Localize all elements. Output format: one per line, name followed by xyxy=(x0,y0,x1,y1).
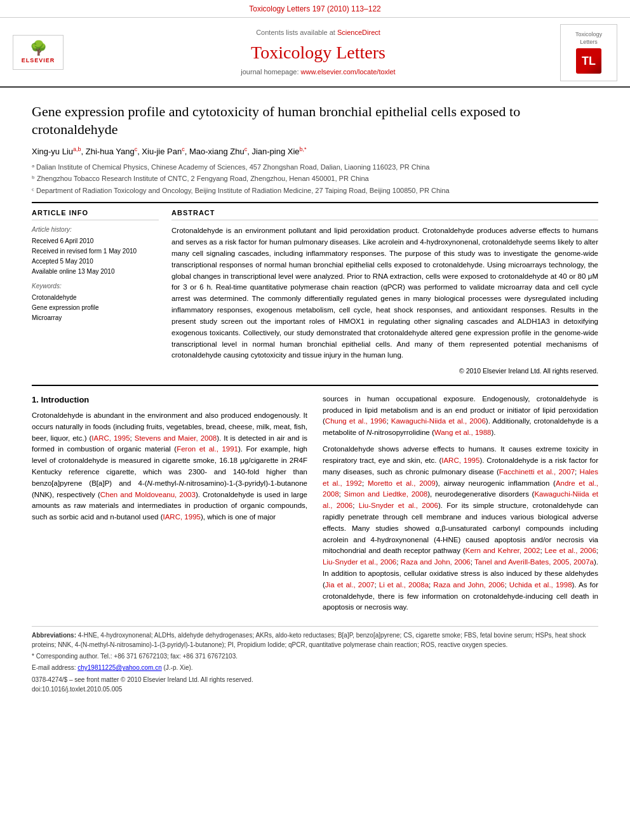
journal-name: Toxicology Letters xyxy=(76,40,560,65)
intro-col2-p2: Crotonaldehyde shows adverse effects to … xyxy=(323,444,598,613)
ref-jia2007[interactable]: Jia et al., 2007 xyxy=(325,581,375,589)
abstract-text: Crotonaldehyde is an environment polluta… xyxy=(171,225,598,361)
keyword-1: Crotonaldehyde xyxy=(32,293,159,303)
email-label: E-mail address: xyxy=(32,664,76,671)
article-title: Gene expression profile and cytotoxicity… xyxy=(32,103,598,139)
keywords-label: Keywords: xyxy=(32,282,159,291)
affil-c: ᶜ Department of Radiation Toxicology and… xyxy=(32,185,598,196)
history-label: Article history: xyxy=(32,225,159,234)
corresponding-label: * Corresponding author. Tel.: +86 371 67… xyxy=(32,653,238,660)
authors-line: Xing-yu Liua,b, Zhi-hua Yangc, Xiu-jie P… xyxy=(32,145,598,158)
affiliations: ᵃ Dalian Institute of Chemical Physics, … xyxy=(32,162,598,196)
affil-a: ᵃ Dalian Institute of Chemical Physics, … xyxy=(32,162,598,173)
copyright-line: © 2010 Elsevier Ireland Ltd. All rights … xyxy=(171,366,598,376)
ref-lee2006[interactable]: Lee et al., 2006 xyxy=(544,547,596,554)
journal-reference-text: Toxicology Letters 197 (2010) 113–122 xyxy=(249,4,380,13)
elsevier-label: ELSEVIER xyxy=(22,57,55,65)
elsevier-logo-box: 🌳 ELSEVIER xyxy=(13,35,64,70)
journal-reference-bar: Toxicology Letters 197 (2010) 113–122 xyxy=(0,0,630,18)
article-info-panel: ARTICLE INFO Article history: Received 6… xyxy=(32,208,159,376)
ref-chen2003[interactable]: Chen and Moldoveanu, 2003 xyxy=(100,491,196,498)
ref-iarc1995b[interactable]: IARC, 1995 xyxy=(163,513,200,521)
ref-feron1991[interactable]: Feron et al., 1991 xyxy=(177,445,238,453)
ref-simon2008[interactable]: Simon and Liedtke, 2008 xyxy=(344,490,428,498)
ref-chung1996[interactable]: Chung et al., 1996 xyxy=(325,417,387,425)
ref-liusnyder2006[interactable]: Liu-Snyder et al., 2006 xyxy=(359,502,438,509)
abbreviations-line: Abbreviations: 4-HNE, 4-hydroxynonenal; … xyxy=(32,630,598,650)
ref-kawaguchi2006[interactable]: Kawaguchi-Niida et al., 2006 xyxy=(391,417,486,425)
body-two-col: 1. Introduction Crotonaldehyde is abunda… xyxy=(32,394,598,618)
doi-section: 0378-4274/$ – see front matter © 2010 El… xyxy=(32,675,598,694)
ref-raza2006b[interactable]: Raza and John, 2006 xyxy=(433,581,504,589)
accepted-date: Accepted 5 May 2010 xyxy=(32,257,159,267)
ref-kern2002[interactable]: Kern and Kehrer, 2002 xyxy=(466,547,540,554)
keywords-list: Crotonaldehyde Gene expression profile M… xyxy=(32,293,159,323)
ref-stevens2008[interactable]: Stevens and Maier, 2008 xyxy=(135,434,217,442)
abstract-title: ABSTRACT xyxy=(171,208,598,220)
elsevier-tree-icon: 🌳 xyxy=(30,41,47,55)
journal-homepage: journal homepage: www.elsevier.com/locat… xyxy=(76,67,560,77)
elsevier-logo: 🌳 ELSEVIER xyxy=(13,35,76,70)
email-suffix: (J.-p. Xie). xyxy=(164,664,193,671)
ref-facchinetti2007[interactable]: Facchinetti et al., 2007 xyxy=(499,468,575,476)
article-info-title: ARTICLE INFO xyxy=(32,208,159,220)
tl-badge: TL xyxy=(576,48,601,74)
received-date: Received 6 April 2010 xyxy=(32,236,159,246)
main-content: Gene expression profile and cytotoxicity… xyxy=(0,88,630,707)
corresponding-author-line: * Corresponding author. Tel.: +86 371 67… xyxy=(32,651,598,661)
sciencedirect-link[interactable]: ScienceDirect xyxy=(337,29,380,36)
journal-title-center: Contents lists available at ScienceDirec… xyxy=(76,28,560,77)
issn-line: 0378-4274/$ – see front matter © 2010 El… xyxy=(32,675,598,684)
ref-moretto2009[interactable]: Moretto et al., 2009 xyxy=(368,479,436,487)
divider-after-affiliations xyxy=(32,202,598,203)
intro-col1-p1: Crotonaldehyde is abundant in the enviro… xyxy=(32,410,307,523)
body-col-right: sources in human occupational exposure. … xyxy=(323,394,598,618)
tox-logo-text: Toxicology Letters xyxy=(575,31,602,46)
toxicology-logo-box: Toxicology Letters TL xyxy=(560,24,617,81)
ref-iarc1995[interactable]: IARC, 1995 xyxy=(91,434,130,442)
ref-liusnyder2006b[interactable]: Liu-Snyder et al., 2006 xyxy=(323,558,396,566)
journal-header: 🌳 ELSEVIER Contents lists available at S… xyxy=(0,18,630,88)
abstract-panel: ABSTRACT Crotonaldehyde is an environmen… xyxy=(171,208,598,376)
info-abstract-section: ARTICLE INFO Article history: Received 6… xyxy=(32,208,598,376)
available-date: Available online 13 May 2010 xyxy=(32,267,159,277)
keyword-2: Gene expression profile xyxy=(32,303,159,313)
abbrev-text: 4-HNE, 4-hydroxynonenal; ALDHs, aldehyde… xyxy=(32,632,586,648)
ref-wang1988[interactable]: Wang et al., 1988 xyxy=(434,429,492,436)
journal-homepage-link[interactable]: www.elsevier.com/locate/toxlet xyxy=(301,68,396,76)
email-line: E-mail address: chy19811225@yahoo.com.cn… xyxy=(32,663,598,672)
ref-uchida1998[interactable]: Uchida et al., 1998 xyxy=(509,581,572,589)
sciencedirect-text: Contents lists available at ScienceDirec… xyxy=(76,28,560,37)
revised-date: Received in revised form 1 May 2010 xyxy=(32,246,159,257)
footnotes-section: Abbreviations: 4-HNE, 4-hydroxynonenal; … xyxy=(32,626,598,694)
doi-line: doi:10.1016/j.toxlet.2010.05.005 xyxy=(32,684,598,694)
body-col-left: 1. Introduction Crotonaldehyde is abunda… xyxy=(32,394,307,618)
info-dates: Received 6 April 2010 Received in revise… xyxy=(32,236,159,277)
intro-heading: 1. Introduction xyxy=(32,394,307,406)
ref-li2008[interactable]: Li et al., 2008a xyxy=(379,581,429,589)
intro-divider xyxy=(32,385,598,386)
abbrev-label: Abbreviations: xyxy=(32,632,76,639)
affil-b: ᵇ Zhengzhou Tobacco Research Institute o… xyxy=(32,173,598,184)
ref-tanel2005[interactable]: Tanel and Averill-Bates, 2005, 2007a xyxy=(474,558,594,566)
ref-raza2006[interactable]: Raza and John, 2006 xyxy=(401,558,471,566)
email-link[interactable]: chy19811225@yahoo.com.cn xyxy=(77,664,161,671)
ref-iarc1995c[interactable]: IARC, 1995 xyxy=(441,457,479,464)
keyword-3: Microarray xyxy=(32,313,159,323)
intro-col2-p1: sources in human occupational exposure. … xyxy=(323,394,598,439)
